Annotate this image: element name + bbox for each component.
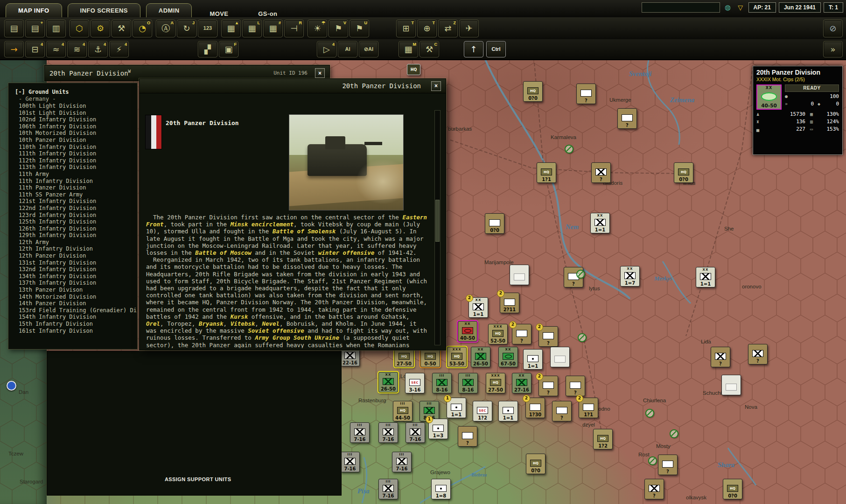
unit-counter[interactable]: III7-16 — [378, 422, 398, 443]
unit-counter[interactable]: III8-16 — [458, 373, 478, 393]
save-file-icon[interactable]: ▤ — [5, 20, 23, 37]
list-item[interactable]: 131st Infantry Division — [15, 259, 137, 266]
list-item[interactable]: 113th Infantry Division — [15, 164, 137, 171]
unit-counter[interactable]: 1=1 — [523, 349, 543, 370]
list-item[interactable]: 153rd Field Training (Grenadier) Di — [15, 307, 137, 314]
list-item[interactable]: 121st Infantry Division — [15, 198, 137, 205]
unit-counter[interactable]: III7-16 — [378, 479, 398, 499]
unit-counter[interactable]: ? — [591, 162, 611, 183]
list-item[interactable]: 154th Infantry Division — [15, 314, 137, 321]
unit-counter[interactable]: XXXHQ52-50 — [488, 324, 508, 344]
unit-counter[interactable]: ? — [658, 455, 678, 475]
list-item[interactable]: 134th Infantry Division — [15, 273, 137, 280]
unit-detail-titlebar[interactable]: 20th Panzer Division × — [140, 79, 446, 93]
unit-counter[interactable]: ? — [566, 376, 585, 396]
unit-counter[interactable]: ?2 — [538, 376, 558, 396]
unit-counter[interactable]: 1?12 — [579, 398, 598, 418]
unit-group-header[interactable]: [-] Ground Units — [15, 89, 137, 96]
engineer-icon[interactable]: ⚒C — [420, 42, 439, 57]
unit-counter[interactable]: HQ1?2 — [593, 429, 613, 449]
anchor-port-icon[interactable]: ⚓4 — [89, 42, 107, 57]
list-item[interactable]: 132nd Infantry Division — [15, 266, 137, 273]
naval-transport-icon[interactable]: ≋4 — [68, 42, 86, 57]
tab-map-info[interactable]: MAP INFO — [6, 3, 62, 17]
list-item[interactable]: 11th Army — [15, 171, 137, 178]
open-file-icon[interactable]: ▤+ — [26, 20, 44, 37]
list-item[interactable]: 122nd Infantry Division — [15, 205, 137, 212]
air-transfer-icon[interactable]: ⇄Z — [439, 20, 457, 37]
list-item[interactable]: 102nd Infantry Division — [15, 116, 137, 123]
search-input[interactable] — [642, 2, 720, 13]
unit-counter[interactable]: ? — [748, 344, 768, 364]
unit-counter[interactable]: IIIHQ44-50 — [393, 401, 413, 421]
partisan-marker[interactable] — [578, 333, 587, 342]
unit-counter[interactable]: HQ0?0 — [523, 81, 543, 102]
unit-counter[interactable]: XXXHQ53-50 — [447, 347, 467, 367]
list-item[interactable]: 112th Infantry Division — [15, 157, 137, 164]
unit-counter[interactable]: XX40-50 — [458, 321, 477, 342]
rail-transport-icon[interactable]: ⊞T — [397, 20, 415, 37]
unit-counter[interactable]: XX 40-50 — [756, 84, 782, 110]
victory-locations-icon[interactable]: ⚑V — [329, 20, 348, 37]
unit-counter[interactable] — [550, 347, 570, 367]
unit-counter[interactable]: III7-16 — [392, 452, 412, 472]
unit-counter[interactable]: HQ0?0 — [526, 454, 545, 474]
production-calc-icon[interactable]: ▦# — [264, 20, 282, 37]
rail-damage-icon[interactable]: ⊣R — [285, 20, 303, 37]
expand-toolbar-icon[interactable]: » — [824, 42, 842, 57]
list-item[interactable]: 137th Infantry Division — [15, 280, 137, 287]
factory-icon[interactable]: ▦▲ — [222, 20, 240, 37]
next-unit-arrow-icon[interactable]: → — [5, 42, 23, 57]
list-item[interactable]: 106th Infantry Division — [15, 123, 137, 130]
weather-icon[interactable]: ☀☂ — [308, 20, 327, 37]
refresh-orders-icon[interactable]: ↻J — [177, 20, 196, 37]
list-item[interactable]: 12th Army — [15, 239, 137, 246]
strategic-transfer-icon[interactable]: ⊕T — [418, 20, 436, 37]
unit-counter[interactable]: XX1=12 — [468, 297, 488, 318]
unit-counter[interactable]: 1=1 — [498, 401, 518, 421]
list-item[interactable]: 10th Panzer Division — [15, 137, 137, 144]
ai-off-icon[interactable]: ⊘AI — [359, 42, 378, 57]
tab-move[interactable]: MOVE — [197, 10, 240, 17]
list-item[interactable]: 161st Infantry Divison — [15, 328, 137, 335]
depot-build-icon[interactable]: ▦M — [399, 42, 418, 57]
list-item[interactable]: 15th Infantry Division — [15, 321, 137, 328]
unit-counter[interactable]: III7-16 — [406, 422, 425, 443]
rail-mode-icon[interactable]: ⊟4 — [26, 42, 44, 57]
list-item[interactable]: 123rd Infantry Division — [15, 212, 137, 219]
partisan-marker[interactable] — [670, 429, 678, 438]
compass-icon[interactable]: ⊘ — [824, 20, 842, 37]
ctrl-key-icon[interactable]: Ctrl — [487, 42, 505, 57]
list-item[interactable]: 110th Infantry Division — [15, 144, 137, 151]
unit-counter[interactable]: ? — [644, 479, 664, 499]
list-item[interactable]: 111th Infantry Division — [15, 150, 137, 157]
unit-counter[interactable]: XX27-16 — [512, 373, 531, 393]
unit-counter[interactable]: 0?0 — [485, 213, 504, 234]
unit-counter[interactable]: 1?302 — [525, 398, 545, 418]
unit-counter[interactable]: XX1=1 — [590, 213, 610, 233]
hq-marker[interactable]: HQ — [407, 64, 420, 75]
unit-counter[interactable]: XX1=7 — [620, 266, 640, 287]
partisan-marker[interactable] — [645, 409, 654, 418]
air-mission-icon[interactable]: ✈ — [460, 20, 478, 37]
list-item[interactable]: 12th Panzer Division — [15, 252, 137, 259]
list-item[interactable]: 101st Light Division — [15, 110, 137, 117]
preferences-gear-icon[interactable]: ⚙ — [91, 20, 110, 37]
city-info-icon[interactable]: ▦L — [243, 20, 261, 37]
air-strike-icon[interactable]: ⚡4 — [110, 42, 128, 57]
scrollbar-thumb[interactable] — [435, 200, 440, 242]
unit-counter[interactable]: XX26-50 — [471, 347, 490, 367]
list-item[interactable]: 11th Panzer Division — [15, 184, 137, 191]
unit-counter[interactable]: XX67-50 — [498, 347, 518, 367]
list-item[interactable]: 10th Motorized Division — [15, 130, 137, 137]
artillery-support-icon[interactable]: ⚒ — [112, 20, 131, 37]
tab-gs-on[interactable]: GS-on — [246, 10, 289, 17]
unit-counter[interactable]: XXXHQ27-50 — [486, 373, 505, 393]
unit-counter[interactable]: 2?112 — [500, 293, 519, 313]
list-item[interactable]: 13th Panzer Divison — [15, 287, 137, 294]
unit-counter[interactable]: XX26-50 — [378, 372, 398, 392]
unit-modes-icon[interactable]: ⚑U — [350, 20, 369, 37]
ai-move-icon[interactable]: AI — [338, 42, 357, 57]
scrollbar[interactable] — [434, 110, 440, 345]
unit-counter[interactable]: ? — [617, 108, 637, 129]
